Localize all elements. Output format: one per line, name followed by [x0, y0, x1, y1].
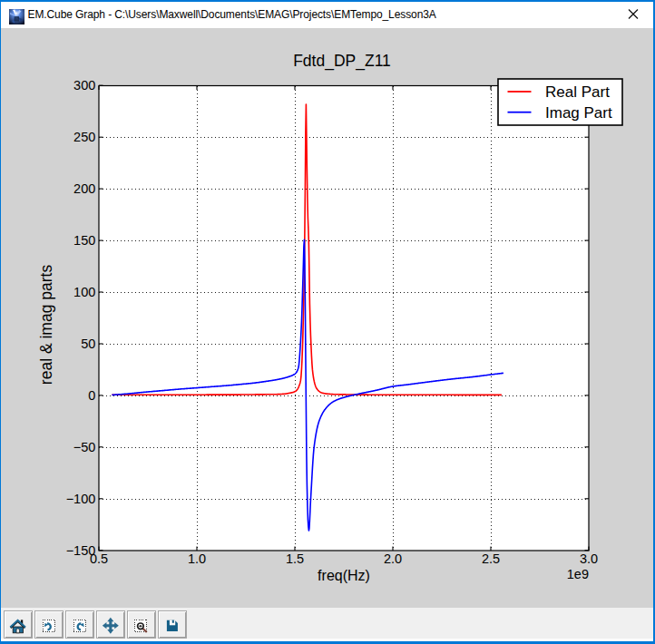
svg-text:Fdtd_DP_Z11: Fdtd_DP_Z11	[293, 52, 391, 71]
svg-text:1e9: 1e9	[567, 567, 589, 581]
svg-text:250: 250	[73, 130, 95, 144]
svg-text:100: 100	[73, 285, 95, 299]
svg-text:50: 50	[81, 337, 95, 351]
svg-text:Imag Part: Imag Part	[545, 104, 612, 122]
svg-text:3.0: 3.0	[580, 551, 598, 566]
svg-text:−150: −150	[66, 543, 96, 558]
svg-text:1.0: 1.0	[188, 551, 206, 566]
svg-text:−50: −50	[73, 440, 96, 454]
svg-text:1.5: 1.5	[286, 551, 304, 566]
svg-text:150: 150	[73, 233, 95, 248]
svg-text:−100: −100	[66, 492, 96, 506]
svg-text:2.0: 2.0	[384, 551, 402, 566]
svg-text:2.5: 2.5	[482, 551, 500, 566]
svg-text:Real Part: Real Part	[545, 83, 610, 101]
svg-text:0: 0	[88, 388, 95, 403]
svg-text:freq(Hz): freq(Hz)	[318, 568, 370, 583]
svg-text:real & imag parts: real & imag parts	[37, 265, 55, 385]
svg-text:200: 200	[73, 181, 95, 196]
svg-text:300: 300	[73, 78, 95, 93]
